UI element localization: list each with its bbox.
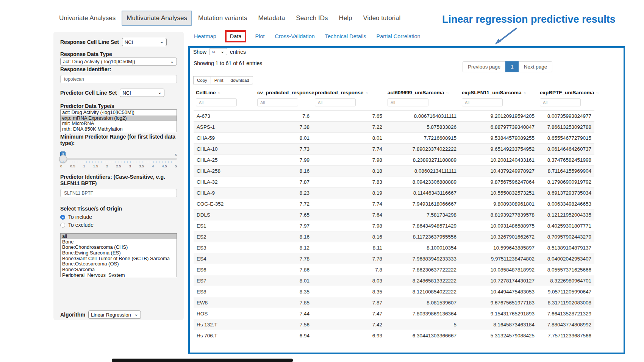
show-entries-suffix: entries xyxy=(230,49,246,55)
expBPTF-uniSarcoma: 8.51389104879137 xyxy=(538,242,594,253)
response-identifier-input[interactable] xyxy=(60,75,177,83)
tissue-radio[interactable]: To include xyxy=(60,214,177,220)
listbox-option[interactable]: act: Drug Activity (-log10[IC50M]) xyxy=(61,110,177,115)
current-page-button[interactable]: 1 xyxy=(505,61,519,72)
nav-item[interactable]: Univariate Analyses xyxy=(54,11,120,26)
predicted-response: 7.74 xyxy=(313,144,385,154)
cell-line: ES1 xyxy=(194,220,255,231)
nav-item[interactable]: Mutation variants xyxy=(193,11,252,26)
cv-predicted-response: 7.86 xyxy=(255,264,313,275)
listbox-option[interactable]: Bone:Sarcoma xyxy=(61,267,177,273)
result-tab[interactable]: Cross-Validation xyxy=(275,33,314,39)
column-header[interactable]: CellLine xyxy=(194,87,255,98)
predictor-cell-line-set-select[interactable]: NCI ⌄ xyxy=(120,89,164,97)
cell-line: Hs 706.T xyxy=(194,330,255,341)
show-entries-row: Show 61 ⌄ entries xyxy=(193,48,246,55)
result-tab[interactable]: Plot xyxy=(255,33,264,39)
select-value: Linear Regression xyxy=(91,312,131,318)
response-cell-line-set-select[interactable]: NCI ⌄ xyxy=(122,38,167,46)
cv-predicted-response: 7.99 xyxy=(255,154,313,165)
table-row: ES4 7.78 7.78 7.96883949233333 9.9751123… xyxy=(194,253,594,264)
table-row: EW8 7.85 7.87 8.081539607 9.676756519771… xyxy=(194,297,594,308)
expBPTF-uniSarcoma: 8.04002042953407 xyxy=(538,253,594,264)
slider-tickmarks xyxy=(60,161,177,163)
column-filter-input[interactable] xyxy=(462,98,503,106)
expBPTF-uniSarcoma: 8.06146464260737 xyxy=(538,144,594,154)
result-tab[interactable]: Data xyxy=(225,30,247,42)
column-filter-input[interactable] xyxy=(540,98,581,106)
act609699-uniSarcoma: 8.24865813322222 xyxy=(385,275,460,286)
table-action-button[interactable]: Copy xyxy=(193,76,211,84)
next-page-button[interactable]: Next page xyxy=(519,61,553,72)
table-action-button[interactable]: Print xyxy=(211,76,227,84)
tissue-radio[interactable]: To exclude xyxy=(60,222,177,228)
predicted-response: 7.83 xyxy=(313,176,385,187)
sort-icon[interactable] xyxy=(596,91,598,95)
listbox-option[interactable]: Bone:Ewing Sarcoma (ES) xyxy=(61,250,177,256)
listbox-option[interactable]: mth: DNA 850K Methylation xyxy=(61,126,177,132)
predicted-response: 8.03 xyxy=(313,275,385,286)
column-header[interactable]: predicted_response xyxy=(313,87,385,98)
nav-item[interactable]: Multivariate Analyses xyxy=(122,11,192,26)
column-header[interactable]: act609699_uniSarcoma xyxy=(385,87,460,98)
sort-icon[interactable] xyxy=(446,91,448,95)
cell-line: ES7 xyxy=(194,275,255,286)
cv-predicted-response: 7.72 xyxy=(255,198,313,209)
predictor-identifiers-input[interactable] xyxy=(60,189,177,197)
predicted-response: 7.47 xyxy=(313,308,385,319)
nav-item[interactable]: Help xyxy=(334,11,357,26)
expSLFN11-uniSarcoma: 6.88797739340847 xyxy=(460,122,538,133)
top-nav: Univariate AnalysesMultivariate Analyses… xyxy=(54,11,405,26)
cell-line: CHLA-258 xyxy=(194,165,255,176)
column-header[interactable]: expBPTF_uniSarcoma xyxy=(538,87,594,98)
listbox-option[interactable]: exp: mRNA Expression (log2) xyxy=(61,115,177,121)
column-filter-input[interactable] xyxy=(257,98,298,106)
column-header-label: expBPTF_uniSarcoma xyxy=(540,90,594,95)
expSLFN11-uniSarcoma: 10.0931486588975 xyxy=(460,220,538,231)
cv-predicted-response: 7.65 xyxy=(255,209,313,220)
result-tab[interactable]: Heatmap xyxy=(194,33,216,39)
min-predictor-range-slider[interactable]: 0 5 00.511.522.533.544.55 xyxy=(60,158,177,173)
cv-predicted-response: 8.16 xyxy=(255,165,313,176)
nav-item[interactable]: Search IDs xyxy=(291,11,333,26)
act609699-uniSarcoma: 8.09423306888889 xyxy=(385,176,460,187)
nav-item[interactable]: Metadata xyxy=(253,11,290,26)
expBPTF-uniSarcoma: 8.40259301807771 xyxy=(538,220,594,231)
listbox-option[interactable]: Bone:Giant Cell Tumor of Bone (GCTB) Sar… xyxy=(61,256,177,262)
cv-predicted-response: 8.01 xyxy=(255,133,313,144)
response-data-type-select[interactable]: act: Drug Activity (-log10[IC50M]) ⌄ xyxy=(60,58,177,66)
radio-icon xyxy=(60,223,65,228)
column-filter-input[interactable] xyxy=(196,98,237,106)
algorithm-row: Algorithm Linear Regression ⌄ xyxy=(60,311,177,319)
listbox-option[interactable]: all xyxy=(61,234,177,239)
nav-item[interactable]: Video tutorial xyxy=(358,11,405,26)
listbox-option[interactable]: Bone:Osteosarcoma (OS) xyxy=(61,261,177,267)
cv-predicted-response: 8.16 xyxy=(255,231,313,242)
column-header[interactable]: expSLFN11_uniSarcoma xyxy=(460,87,538,98)
cv-predicted-response: 7.44 xyxy=(255,308,313,319)
sort-icon[interactable] xyxy=(524,91,526,95)
predicted-response: 8.18 xyxy=(313,165,385,176)
column-filter-input[interactable] xyxy=(388,98,428,106)
table-row: A-673 7.6 7.65 8.08671648311111 9.201209… xyxy=(194,111,594,122)
sort-icon[interactable] xyxy=(218,91,220,95)
result-tab[interactable]: Technical Details xyxy=(325,33,366,39)
listbox-option[interactable]: Bone:Chondrosarcoma (CHS) xyxy=(61,245,177,250)
previous-page-button[interactable]: Previous page xyxy=(463,61,506,72)
sort-icon[interactable] xyxy=(365,91,367,95)
result-tab[interactable]: Partial Correlation xyxy=(377,33,420,39)
table-action-button[interactable]: download xyxy=(227,76,253,84)
entries-count-select[interactable]: 61 ⌄ xyxy=(209,48,227,55)
table-row: HOS 7.44 7.47 7.80339869136364 9.1543176… xyxy=(194,308,594,319)
listbox-option[interactable]: Peripheral_Nervous_System xyxy=(61,273,177,277)
listbox-option[interactable]: mir: MicroRNA xyxy=(61,121,177,126)
algorithm-select[interactable]: Linear Regression ⌄ xyxy=(88,311,141,319)
cv-predicted-response: 7.6 xyxy=(255,111,313,122)
column-header-label: CellLine xyxy=(196,90,216,95)
listbox-option[interactable]: Bone xyxy=(61,239,177,245)
expBPTF-uniSarcoma: 9.05711205990647 xyxy=(538,286,594,297)
column-header[interactable]: cv_predicted_response xyxy=(255,87,313,98)
column-filter-input[interactable] xyxy=(315,98,356,106)
slider-track[interactable] xyxy=(60,158,177,160)
result-tabs: HeatmapDataPlotCross-ValidationTechnical… xyxy=(194,33,420,39)
